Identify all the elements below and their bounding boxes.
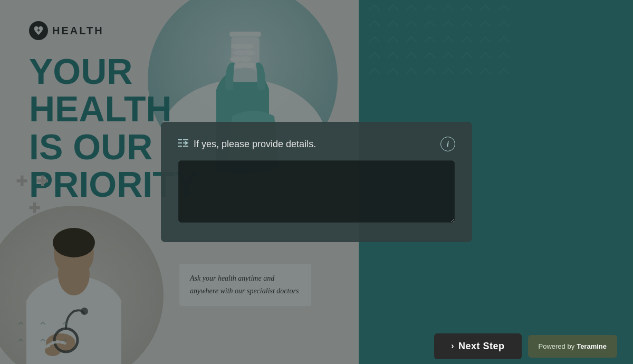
modal-title: If yes, please provide details.	[194, 139, 316, 150]
next-step-button[interactable]: › Next Step	[434, 333, 521, 359]
details-textarea[interactable]	[178, 160, 455, 223]
modal-header: If yes, please provide details. i	[178, 137, 455, 151]
modal-dialog: If yes, please provide details. i	[161, 122, 472, 242]
next-step-arrow: ›	[451, 341, 454, 351]
modal-overlay: If yes, please provide details. i	[0, 0, 633, 364]
bottom-bar: › Next Step Powered by Teramine	[0, 328, 633, 364]
powered-by-prefix: Powered by	[539, 342, 575, 350]
info-icon-button[interactable]: i	[440, 137, 455, 151]
list-icon	[178, 139, 188, 150]
powered-by-badge: Powered by Teramine	[528, 335, 618, 358]
modal-title-row: If yes, please provide details.	[178, 139, 316, 150]
powered-by-brand: Teramine	[577, 342, 607, 350]
next-step-label: Next Step	[458, 341, 505, 352]
